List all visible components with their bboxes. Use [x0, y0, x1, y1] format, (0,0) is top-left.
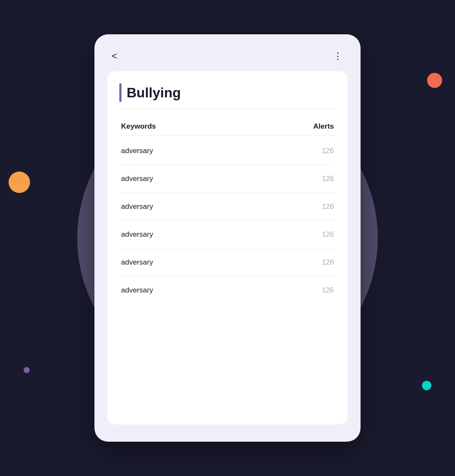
column-header-alerts: Alerts [313, 122, 334, 131]
table-row[interactable]: adversary126 [119, 137, 336, 165]
keyword-text: adversary [121, 202, 153, 211]
dot-red [427, 73, 442, 88]
table-header: Keywords Alerts [119, 118, 336, 136]
phone-container: < ⋮ Bullying Keywords Alerts adversary12… [94, 34, 361, 442]
more-button[interactable]: ⋮ [333, 51, 343, 61]
dot-teal [422, 381, 431, 390]
table-row[interactable]: adversary126 [119, 277, 336, 304]
card-title: Bullying [127, 85, 181, 101]
card-title-row: Bullying [119, 83, 336, 109]
dot-purple [24, 367, 30, 373]
keyword-text: adversary [121, 147, 153, 155]
alert-count: 126 [322, 175, 334, 183]
keyword-text: adversary [121, 175, 153, 183]
table-row[interactable]: adversary126 [119, 221, 336, 249]
top-bar: < ⋮ [107, 51, 348, 61]
table-body: adversary126adversary126adversary126adve… [119, 137, 336, 304]
main-card: Bullying Keywords Alerts adversary126adv… [107, 71, 348, 425]
keyword-text: adversary [121, 286, 153, 295]
back-button[interactable]: < [112, 51, 117, 61]
alert-count: 126 [322, 258, 334, 267]
keyword-text: adversary [121, 230, 153, 239]
table-row[interactable]: adversary126 [119, 165, 336, 193]
table-row[interactable]: adversary126 [119, 193, 336, 221]
alert-count: 126 [322, 202, 334, 211]
alert-count: 126 [322, 230, 334, 239]
table-row[interactable]: adversary126 [119, 249, 336, 277]
dot-orange [9, 172, 30, 193]
title-accent-bar [119, 83, 121, 102]
alert-count: 126 [322, 147, 334, 155]
alert-count: 126 [322, 286, 334, 295]
keyword-text: adversary [121, 258, 153, 267]
column-header-keywords: Keywords [121, 122, 156, 131]
